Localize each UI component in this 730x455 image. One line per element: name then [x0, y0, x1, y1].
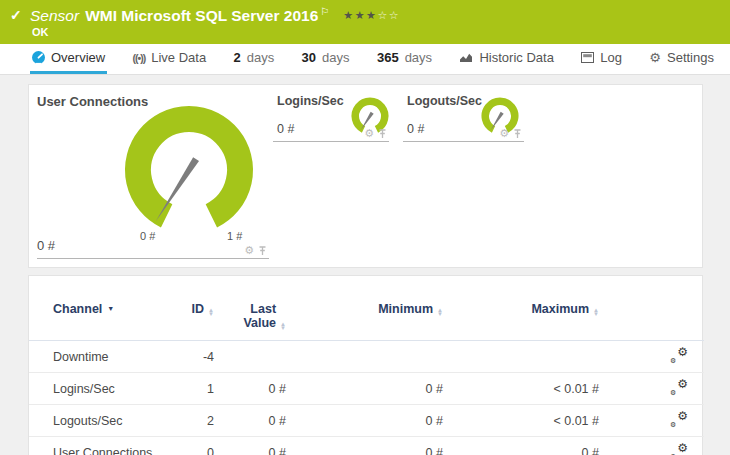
tab-settings[interactable]: ⚙ Settings: [647, 44, 716, 74]
channel-settings-gears-icon[interactable]: ⚙⚙: [670, 412, 688, 427]
gauge-scale-max: 1 #: [227, 230, 242, 242]
tab-number: 30: [302, 50, 316, 65]
channel-id: 0: [179, 437, 214, 455]
gauge-current-value: 0 #: [407, 122, 424, 136]
gauge-current-value: 0 #: [37, 238, 55, 253]
sensor-title: WMI Microsoft SQL Server 2016: [85, 7, 318, 24]
gauge-tile-logins-sec: Logins/Sec 0 # ⚙: [273, 89, 389, 142]
table-row: Downtime -4 ⚙⚙: [29, 341, 704, 373]
table-row: Logouts/Sec 2 0 # 0 # < 0.01 # ⚙⚙: [29, 405, 704, 437]
tab-number: 365: [377, 50, 399, 65]
gauge-settings-gear-icon[interactable]: ⚙: [499, 128, 509, 139]
sort-icon[interactable]: ▲▼: [208, 308, 214, 316]
tab-overview[interactable]: Overview: [30, 44, 107, 74]
channel-minimum: 0 #: [286, 405, 443, 437]
channel-name: User Connections: [29, 437, 179, 455]
channel-last-value: 0 #: [214, 437, 286, 455]
sensor-status-text: OK: [32, 26, 730, 38]
user-connections-gauge: [119, 100, 259, 240]
log-icon: [581, 52, 594, 63]
gauge-scale-min: 0 #: [140, 230, 155, 242]
table-row: Logins/Sec 1 0 # 0 # < 0.01 # ⚙⚙: [29, 373, 704, 405]
channel-maximum: [443, 341, 599, 373]
column-header-channel[interactable]: Channel▼: [29, 276, 179, 341]
filter-dropdown-icon[interactable]: ▼: [107, 305, 114, 312]
channel-last-value: 0 #: [214, 373, 286, 405]
status-ok-check-icon: ✓: [10, 7, 22, 23]
channel-maximum: < 0.01 #: [443, 405, 599, 437]
channel-minimum: [286, 341, 443, 373]
channel-name: Logouts/Sec: [29, 405, 179, 437]
column-header-last-value[interactable]: Last Value▲▼: [214, 276, 286, 341]
gauge-current-value: 0 #: [277, 122, 294, 136]
column-header-maximum[interactable]: Maximum▲▼: [443, 276, 599, 341]
tab-2-days[interactable]: 2 days: [232, 44, 277, 74]
tab-label: days: [322, 50, 349, 65]
channel-minimum: 0 #: [286, 373, 443, 405]
object-kind-label: Sensor: [30, 7, 79, 24]
tab-historic-data[interactable]: Historic Data: [457, 44, 555, 74]
column-header-minimum[interactable]: Minimum▲▼: [286, 276, 443, 341]
tab-label: Log: [600, 50, 622, 65]
channel-settings-gears-icon[interactable]: ⚙⚙: [670, 348, 688, 363]
sort-icon[interactable]: ▲▼: [437, 308, 443, 316]
priority-stars[interactable]: ★★★☆☆: [343, 9, 400, 21]
tab-live-data[interactable]: ((•)) Live Data: [131, 44, 209, 74]
channel-maximum: < 0.01 #: [443, 373, 599, 405]
column-header-id[interactable]: ID▲▼: [179, 276, 214, 341]
tab-label: Overview: [51, 50, 105, 65]
tab-label: Live Data: [151, 50, 206, 65]
sensor-title-block: SensorWMI Microsoft SQL Server 2016⚐★★★☆…: [0, 0, 730, 38]
prtg-sensor-page: ✓ SensorWMI Microsoft SQL Server 2016⚐★★…: [0, 0, 730, 455]
gauges-panel: User Connections 0 # 1 # 0 # ⚙ Logins/Se…: [28, 84, 703, 268]
channel-table: Channel▼ ID▲▼ Last Value▲▼ Minimum▲▼ Max…: [29, 276, 704, 455]
tab-log[interactable]: Log: [579, 44, 624, 74]
tab-label: days: [405, 50, 432, 65]
channel-id: 1: [179, 373, 214, 405]
tab-label: Settings: [667, 50, 714, 65]
gauge-title: Logins/Sec: [277, 94, 344, 108]
gauge-tile-user-connections: User Connections 0 # 1 # 0 # ⚙: [37, 89, 269, 259]
channel-maximum: 0 #: [443, 437, 599, 455]
sort-icon[interactable]: ▲▼: [593, 308, 599, 316]
flag-icon[interactable]: ⚐: [320, 6, 329, 17]
sensor-header: ✓ SensorWMI Microsoft SQL Server 2016⚐★★…: [0, 0, 730, 44]
gauge-title: Logouts/Sec: [407, 94, 482, 108]
broadcast-icon: ((•)): [133, 52, 146, 64]
tab-label: Historic Data: [479, 50, 553, 65]
gear-icon: ⚙: [649, 51, 661, 64]
gauge-icon: [32, 51, 45, 64]
tab-365-days[interactable]: 365 days: [375, 44, 434, 74]
channel-name: Logins/Sec: [29, 373, 179, 405]
channel-last-value: 0 #: [214, 405, 286, 437]
column-header-actions: [599, 276, 704, 341]
gauge-settings-gear-icon[interactable]: ⚙: [244, 245, 254, 256]
channel-settings-gears-icon[interactable]: ⚙⚙: [670, 380, 688, 395]
channel-name: Downtime: [29, 341, 179, 373]
gauge-tile-logouts-sec: Logouts/Sec 0 # ⚙: [403, 89, 524, 142]
tab-label: days: [247, 50, 274, 65]
channel-table-panel: Channel▼ ID▲▼ Last Value▲▼ Minimum▲▼ Max…: [28, 275, 703, 455]
channel-minimum: 0 #: [286, 437, 443, 455]
sort-icon[interactable]: ▲▼: [280, 322, 286, 330]
table-header-row: Channel▼ ID▲▼ Last Value▲▼ Minimum▲▼ Max…: [29, 276, 704, 341]
tab-30-days[interactable]: 30 days: [300, 44, 352, 74]
chart-icon: [459, 52, 473, 63]
channel-id: -4: [179, 341, 214, 373]
tab-bar: Overview ((•)) Live Data 2 days 30 days …: [0, 44, 730, 75]
pin-icon[interactable]: [378, 129, 387, 139]
channel-last-value: [214, 341, 286, 373]
channel-id: 2: [179, 405, 214, 437]
gauge-settings-gear-icon[interactable]: ⚙: [364, 128, 374, 139]
tab-number: 2: [234, 50, 241, 65]
pin-icon[interactable]: [513, 129, 522, 139]
pin-icon[interactable]: [258, 246, 267, 256]
table-row: User Connections 0 0 # 0 # 0 # ⚙⚙: [29, 437, 704, 455]
channel-settings-gears-icon[interactable]: ⚙⚙: [670, 444, 688, 455]
